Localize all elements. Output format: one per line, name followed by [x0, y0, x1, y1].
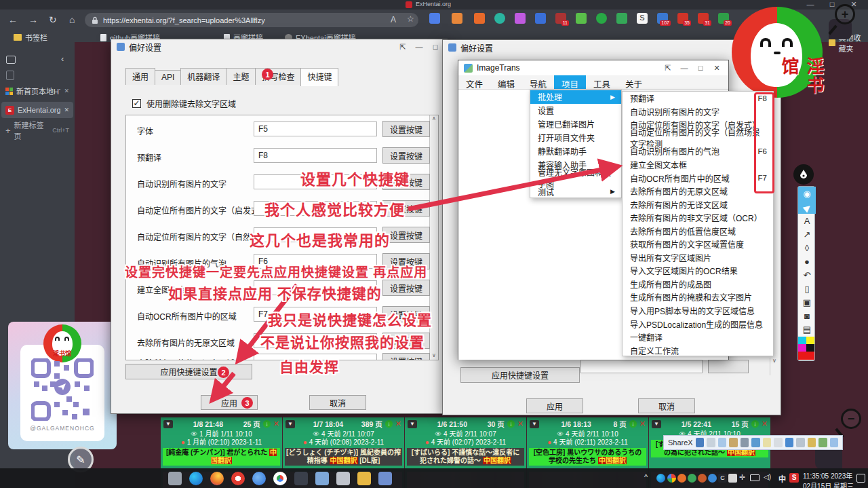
- menu-file[interactable]: 文件: [458, 75, 490, 89]
- tray-clipboard-icon[interactable]: [728, 474, 737, 483]
- cursor-tool-icon[interactable]: ▶: [798, 200, 816, 214]
- window-maximize-icon[interactable]: □: [826, 0, 838, 8]
- submenu-item[interactable]: 生成所有图片的成品图: [623, 278, 773, 291]
- tray-edge-icon[interactable]: [656, 474, 665, 483]
- clipboard-icon[interactable]: ▤: [798, 322, 816, 336]
- set-key-button[interactable]: 设置按键: [382, 121, 430, 137]
- extension-icon-5[interactable]: [515, 13, 526, 24]
- taskbar-app-folder[interactable]: [357, 472, 371, 485]
- extension-flag-icon[interactable]: 20: [718, 13, 729, 24]
- submenu-item[interactable]: 预翻译F8: [623, 92, 773, 105]
- sharex-chat-icon[interactable]: [830, 438, 838, 447]
- imagetrans-titlebar[interactable]: ImageTrans ⇱ — □ ✕: [458, 60, 728, 75]
- set-key-button[interactable]: [708, 360, 749, 373]
- scrollbar[interactable]: ∨: [770, 358, 778, 375]
- favorite-star-icon[interactable]: ☆: [407, 14, 414, 24]
- back-icon[interactable]: ←: [8, 14, 18, 26]
- notification-center-icon[interactable]: [856, 474, 865, 483]
- extension-icon-2[interactable]: [452, 13, 462, 24]
- taskbar-app-firefox[interactable]: [210, 472, 224, 485]
- extension-icon-1[interactable]: [429, 13, 440, 24]
- extension-icon-12[interactable]: 107: [657, 13, 668, 24]
- tray-monitor-icon[interactable]: [750, 474, 760, 481]
- tray-green-icon[interactable]: [688, 474, 696, 483]
- pin-icon[interactable]: ⇱: [397, 43, 409, 52]
- set-key-button[interactable]: 设置按键: [382, 353, 430, 360]
- shortcut-field[interactable]: F8: [254, 148, 377, 163]
- sharex-capture-icon[interactable]: [696, 438, 704, 447]
- menu-about[interactable]: 关于: [618, 75, 650, 89]
- menu-project[interactable]: 项目: [554, 75, 586, 89]
- tray-opera-icon[interactable]: [677, 474, 686, 483]
- taskbar-app-chrome[interactable]: [273, 472, 287, 485]
- submenu-item[interactable]: 去除所有图片的低置信度区域: [623, 224, 773, 238]
- sharex-folder-icon[interactable]: [808, 438, 816, 447]
- taskbar-app-opera[interactable]: [231, 472, 245, 485]
- pin-icon[interactable]: ⇱: [662, 64, 674, 73]
- apply-shortcuts-button[interactable]: 应用快捷键设置: [460, 367, 580, 383]
- tray-globe-icon[interactable]: [708, 474, 717, 483]
- eraser-tool-icon[interactable]: ◊: [798, 241, 816, 255]
- close-tab-icon[interactable]: ✕: [64, 107, 69, 113]
- tray-speaker-icon[interactable]: ◁): [764, 473, 771, 481]
- menu-item-silent-helper[interactable]: 静默翻译助手: [530, 145, 621, 158]
- maximize-icon[interactable]: □: [694, 64, 707, 72]
- remove-icon[interactable]: ✕: [273, 420, 279, 428]
- home-icon[interactable]: ⌂: [69, 14, 75, 26]
- sharex-picture-icon[interactable]: [818, 438, 827, 447]
- tab-general[interactable]: 通用: [125, 68, 155, 85]
- tray-sharex-icon[interactable]: S: [789, 473, 799, 483]
- color-palette[interactable]: [798, 337, 814, 360]
- arrow-tool-icon[interactable]: ↗: [798, 227, 816, 241]
- close-tab-icon[interactable]: ✕: [64, 88, 69, 94]
- taskbar-app-camera[interactable]: [168, 472, 182, 485]
- gallery-title[interactable]: [純金庵 (チンパン)] 君がとられた 中国翻訳: [163, 448, 280, 466]
- screenshot-icon[interactable]: ◙: [798, 309, 816, 322]
- minimize-icon[interactable]: —: [678, 64, 690, 72]
- extension-icon-13[interactable]: 35: [677, 13, 688, 24]
- set-key-button[interactable]: 设置按键: [382, 147, 430, 164]
- whiteboard-icon[interactable]: ▣: [798, 295, 816, 309]
- taskbar-app-dark[interactable]: [294, 472, 308, 485]
- taskbar-app-window[interactable]: [315, 472, 329, 485]
- bookmark-folder[interactable]: 书签栏: [14, 32, 47, 43]
- chevron-down-icon[interactable]: ▼: [163, 420, 173, 428]
- cancel-button[interactable]: 取消: [309, 395, 366, 410]
- sharex-region-icon[interactable]: [707, 438, 715, 447]
- extension-check-icon[interactable]: [596, 13, 607, 24]
- delete-key-checkbox[interactable]: ✓ 使用删除键去除文字区域: [132, 98, 236, 109]
- sidebar-tab-newtab-page[interactable]: 新首页本地HTM ✕: [1, 83, 73, 99]
- sharex-monitor-icon[interactable]: [751, 438, 760, 447]
- dialog-titlebar[interactable]: 偏好设置 ⇱: [443, 40, 781, 55]
- remove-icon[interactable]: ✕: [395, 420, 401, 428]
- taskbar-app-window2[interactable]: [378, 472, 392, 485]
- chevron-down-icon[interactable]: ▼: [652, 420, 661, 428]
- remove-icon[interactable]: ✕: [639, 420, 646, 428]
- close-icon[interactable]: ✕: [711, 64, 723, 73]
- menu-item-batch[interactable]: 批处理▶: [530, 90, 621, 104]
- maximize-icon[interactable]: □: [429, 43, 441, 51]
- sharex-upload-icon[interactable]: [729, 438, 737, 447]
- menu-item-manage-textless[interactable]: 管理无文字原图和文字图: [530, 171, 621, 185]
- tray-ime-icon[interactable]: 中: [778, 473, 786, 484]
- menu-edit[interactable]: 编辑: [490, 75, 522, 89]
- window-minimize-icon[interactable]: —: [804, 0, 816, 8]
- sharex-globe-icon[interactable]: [796, 438, 804, 447]
- menu-tools[interactable]: 工具: [586, 75, 618, 89]
- submenu-item[interactable]: 去除所有图片的无原文区域: [623, 185, 773, 198]
- submenu-item[interactable]: 建立全图文本框: [623, 158, 773, 172]
- menu-item-settings[interactable]: 设置: [530, 104, 621, 117]
- taskbar-app-edge[interactable]: [189, 472, 203, 485]
- tab-panel-icon[interactable]: [6, 56, 16, 64]
- menu-item-open-folder[interactable]: 打开项目文件夹: [530, 131, 621, 145]
- minimize-icon[interactable]: —: [413, 43, 425, 51]
- address-bar[interactable]: https://exhentai.org/?f_search=uploader%…: [85, 13, 418, 27]
- extension-grid-icon[interactable]: [616, 13, 627, 24]
- submenu-item[interactable]: 自动识别所有图片的文字: [623, 105, 773, 119]
- submenu-item[interactable]: 导入PSDLocalization生成的图层信息: [623, 317, 773, 331]
- shortcut-field[interactable]: [580, 360, 703, 373]
- submenu-item[interactable]: 一键翻译: [623, 331, 773, 344]
- sharex-image-icon[interactable]: [718, 438, 726, 447]
- submenu-item[interactable]: 自定义工作流: [623, 343, 773, 357]
- extension-shield-icon[interactable]: [535, 13, 546, 24]
